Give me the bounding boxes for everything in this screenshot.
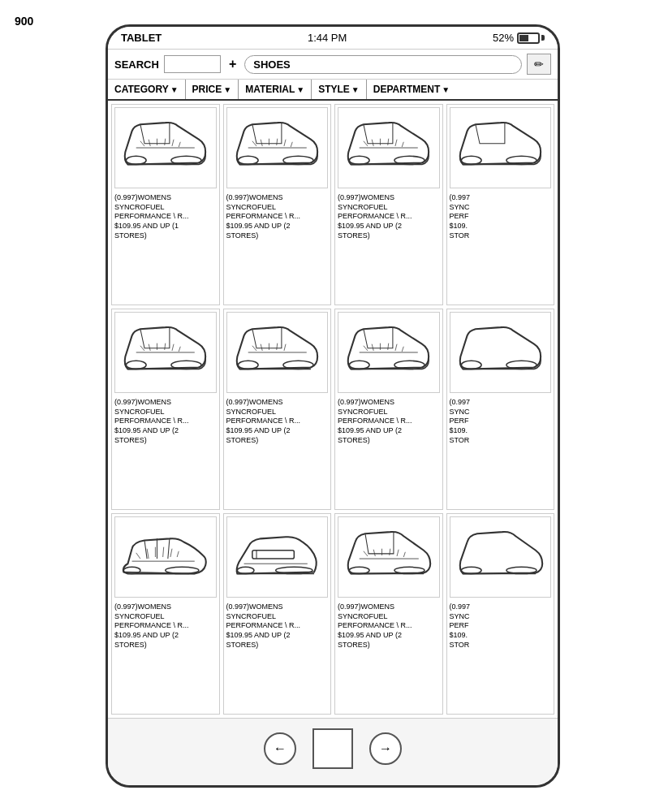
product-name: SYNCROFUEL (114, 203, 217, 213)
svg-point-4 (349, 156, 369, 164)
svg-point-17 (166, 567, 199, 573)
product-image (338, 516, 440, 598)
filter-department[interactable]: DEPARTMENT ▼ (367, 80, 456, 99)
search-pill[interactable]: SHOES (244, 55, 522, 74)
bottom-nav: ← → (108, 718, 558, 785)
search-input[interactable] (164, 55, 221, 73)
product-name2: PERFORMANCE \ R... (226, 212, 329, 222)
filter-category-label: CATEGORY (114, 84, 169, 95)
product-score: (0.997 (450, 603, 552, 612)
product-stores: STOR (450, 231, 552, 241)
product-score: (0.997)WOMENS (226, 193, 329, 203)
product-image (450, 312, 552, 393)
back-button[interactable]: ← (264, 732, 296, 765)
filter-material[interactable]: MATERIAL ▼ (239, 80, 312, 99)
svg-point-8 (126, 361, 146, 369)
side-button-3[interactable] (558, 352, 560, 376)
battery-body (517, 32, 540, 44)
pencil-icon: ✏ (534, 58, 544, 71)
product-price: $109.95 AND UP (2 (226, 631, 329, 641)
filter-category[interactable]: CATEGORY ▼ (108, 80, 186, 99)
product-card-partial[interactable]: (0.997 SYNC PERF $109. STOR (446, 513, 555, 715)
product-name: SYNCROFUEL (226, 203, 329, 213)
svg-point-12 (349, 361, 369, 369)
product-stores: STORES) (226, 231, 329, 241)
filter-price-label: PRICE (192, 84, 222, 95)
svg-point-6 (461, 156, 481, 164)
product-info: (0.997)WOMENS SYNCROFUEL PERFORMANCE \ R… (112, 600, 219, 652)
product-stores: STORES) (114, 231, 217, 241)
product-price: $109.95 AND UP (1 (114, 222, 217, 231)
product-name: SYNC (450, 408, 552, 417)
product-price: $109. (450, 631, 552, 641)
product-stores: STORES) (114, 641, 217, 650)
product-name2: PERFORMANCE \ R... (226, 417, 329, 426)
battery-icon (517, 32, 545, 44)
product-name: SYNCROFUEL (338, 612, 440, 622)
search-label: SEARCH (114, 58, 159, 71)
search-bar: SEARCH + SHOES ✏ (108, 50, 558, 80)
product-info: (0.997 SYNC PERF $109. STOR (447, 600, 554, 652)
product-score: (0.997)WOMENS (338, 603, 440, 612)
product-score: (0.997 (450, 193, 552, 203)
product-card[interactable]: (0.997)WOMENS SYNCROFUEL PERFORMANCE \ R… (223, 104, 332, 305)
product-name: SYNCROFUEL (338, 408, 440, 417)
product-name2: PERFORMANCE \ R... (114, 212, 217, 222)
product-image (338, 312, 440, 393)
product-card-partial[interactable]: (0.997 SYNC PERF $109. STOR (446, 104, 555, 305)
product-card[interactable]: (0.997)WOMENS SYNCROFUEL PERFORMANCE \ R… (111, 104, 220, 305)
tablet-screen: TABLET 1:44 PM 52% SEARCH + SHOES ✏ (108, 27, 558, 785)
product-image (114, 107, 217, 188)
product-card[interactable]: (0.997)WOMENS SYNCROFUEL PERFORMANCE \ R… (334, 309, 443, 510)
plus-button[interactable]: + (226, 55, 239, 73)
product-name2: PERFORMANCE \ R... (338, 621, 440, 631)
home-button[interactable] (312, 728, 353, 769)
product-price: $109. (450, 426, 552, 436)
product-price: $109.95 AND UP (2 (226, 426, 329, 436)
product-name2: PERFORMANCE \ R... (338, 212, 440, 222)
product-name2: PERFORMANCE \ R... (114, 417, 217, 426)
filter-price[interactable]: PRICE ▼ (186, 80, 239, 99)
product-name: SYNCROFUEL (226, 612, 329, 622)
product-info: (0.997)WOMENS SYNCROFUEL PERFORMANCE \ R… (335, 600, 442, 652)
search-action-button[interactable]: ✏ (527, 54, 551, 75)
product-stores: STORES) (226, 641, 329, 650)
chevron-down-icon: ▼ (170, 85, 179, 94)
product-image (226, 107, 329, 188)
products-grid: (0.997)WOMENS SYNCROFUEL PERFORMANCE \ R… (111, 104, 554, 715)
status-right: 52% (493, 32, 545, 44)
filter-style[interactable]: STYLE ▼ (312, 80, 367, 99)
side-button-1[interactable] (558, 189, 560, 222)
product-card[interactable]: (0.997)WOMENS SYNCROFUEL PERFORMANCE \ R… (334, 104, 443, 305)
product-score: (0.997)WOMENS (114, 193, 217, 203)
product-image (226, 312, 329, 393)
tablet-device: TABLET 1:44 PM 52% SEARCH + SHOES ✏ (106, 24, 560, 788)
product-stores: STOR (450, 641, 552, 650)
filter-department-label: DEPARTMENT (373, 84, 440, 95)
product-card[interactable]: (0.997)WOMENS SYNCROFUEL PERFORMANCE \ R… (111, 309, 220, 510)
product-score: (0.997)WOMENS (114, 398, 217, 408)
product-card[interactable]: (0.997)WOMENS SYNCROFUEL PERFORMANCE \ R… (334, 513, 443, 715)
side-button-2[interactable] (558, 254, 560, 303)
product-info: (0.997)WOMENS SYNCROFUEL PERFORMANCE \ R… (224, 600, 331, 652)
product-name: SYNC (450, 612, 552, 622)
product-stores: STORES) (338, 641, 440, 650)
svg-point-2 (238, 156, 258, 164)
product-price: $109.95 AND UP (2 (338, 631, 440, 641)
product-card-partial[interactable]: (0.997 SYNC PERF $109. STOR (446, 309, 555, 510)
battery-percent: 52% (493, 32, 514, 44)
product-card[interactable]: (0.997)WOMENS SYNCROFUEL PERFORMANCE \ R… (111, 513, 220, 715)
product-info: (0.997 SYNC PERF $109. STOR (447, 395, 554, 447)
product-image (450, 107, 552, 188)
product-card[interactable]: (0.997)WOMENS SYNCROFUEL PERFORMANCE \ R… (223, 309, 332, 510)
products-area: (0.997)WOMENS SYNCROFUEL PERFORMANCE \ R… (108, 101, 558, 718)
product-card[interactable]: (0.997)WOMENS SYNCROFUEL PERFORMANCE \ R… (223, 513, 332, 715)
product-info: (0.997 SYNC PERF $109. STOR (447, 191, 554, 243)
product-price: $109.95 AND UP (2 (114, 426, 217, 436)
product-name2: PERFORMANCE \ R... (114, 621, 217, 631)
product-name: SYNC (450, 203, 552, 213)
product-stores: STORES) (338, 436, 440, 446)
product-stores: STOR (450, 436, 552, 446)
product-name2: PERF (450, 621, 552, 631)
forward-button[interactable]: → (369, 732, 402, 765)
